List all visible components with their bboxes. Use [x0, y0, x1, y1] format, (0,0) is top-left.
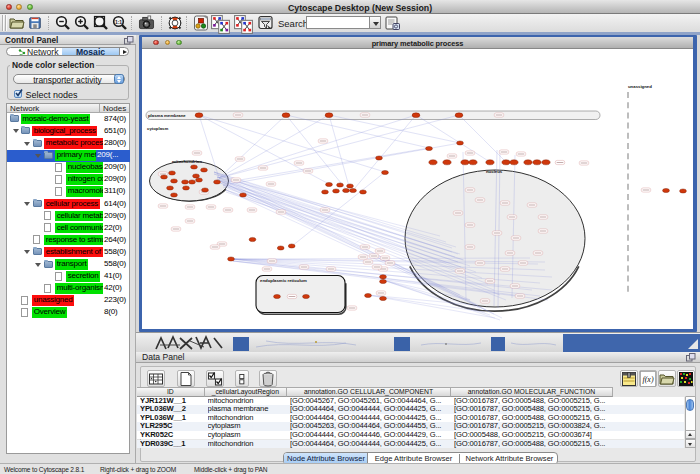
svg-text:endoplasmic reticulum: endoplasmic reticulum — [260, 278, 307, 283]
svg-text:plasma membrane: plasma membrane — [148, 113, 186, 118]
svg-text:f(x): f(x) — [642, 375, 653, 384]
svg-text:1:1: 1:1 — [115, 19, 122, 25]
svg-text:cytoplasm: cytoplasm — [147, 126, 168, 131]
svg-text:nucleus: nucleus — [486, 169, 503, 174]
svg-text:unassigned: unassigned — [628, 84, 652, 89]
svg-text:mitochondrion: mitochondrion — [172, 159, 202, 164]
